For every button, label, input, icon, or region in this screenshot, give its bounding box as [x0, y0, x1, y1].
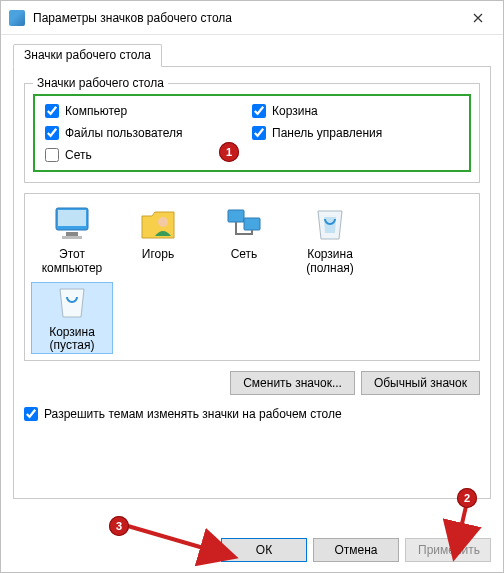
icon-row-1: Этот компьютер Игорь Сеть — [31, 204, 473, 276]
fieldset-legend: Значки рабочего стола — [33, 76, 168, 90]
app-icon — [9, 10, 25, 26]
desktop-icons-fieldset: Значки рабочего стола Компьютер Корзина … — [24, 83, 480, 183]
checkbox-recycle-input[interactable] — [252, 104, 266, 118]
checkbox-cpanel[interactable]: Панель управления — [252, 126, 459, 140]
user-folder-icon — [134, 204, 182, 244]
icon-buttons-row: Сменить значок... Обычный значок — [24, 371, 480, 395]
svg-point-4 — [158, 217, 168, 227]
close-button[interactable] — [455, 3, 501, 33]
ok-button[interactable]: ОК — [221, 538, 307, 562]
allow-themes-checkbox[interactable] — [24, 407, 38, 421]
checkbox-computer[interactable]: Компьютер — [45, 104, 252, 118]
svg-rect-5 — [228, 210, 244, 222]
icon-label: Этот компьютер — [31, 248, 113, 276]
svg-rect-1 — [58, 210, 86, 226]
icon-network[interactable]: Сеть — [203, 204, 285, 276]
default-icon-button[interactable]: Обычный значок — [361, 371, 480, 395]
cancel-button[interactable]: Отмена — [313, 538, 399, 562]
checkbox-userfiles-input[interactable] — [45, 126, 59, 140]
checkbox-network-input[interactable] — [45, 148, 59, 162]
tab-strip: Значки рабочего стола — [13, 43, 491, 67]
window-title: Параметры значков рабочего стола — [33, 11, 455, 25]
tab-desktop-icons[interactable]: Значки рабочего стола — [13, 44, 162, 67]
checkbox-grid: Компьютер Корзина Файлы пользователя Пан… — [33, 94, 471, 172]
allow-themes-row[interactable]: Разрешить темам изменять значки на рабоч… — [24, 407, 480, 421]
annotation-badge-2: 2 — [457, 488, 477, 508]
checkbox-label: Файлы пользователя — [65, 126, 182, 140]
checkbox-userfiles[interactable]: Файлы пользователя — [45, 126, 252, 140]
checkbox-label: Панель управления — [272, 126, 382, 140]
recycle-empty-icon — [48, 282, 96, 322]
recycle-full-icon — [306, 204, 354, 244]
apply-button[interactable]: Применить — [405, 538, 491, 562]
icon-label: Корзина (пустая) — [32, 326, 112, 354]
change-icon-button[interactable]: Сменить значок... — [230, 371, 355, 395]
tab-panel: Значки рабочего стола Компьютер Корзина … — [13, 67, 491, 499]
icon-this-pc[interactable]: Этот компьютер — [31, 204, 113, 276]
checkbox-recycle[interactable]: Корзина — [252, 104, 459, 118]
dialog-footer: ОК Отмена Применить — [221, 538, 491, 562]
icon-preview-panel: Этот компьютер Игорь Сеть — [24, 193, 480, 361]
icon-recycle-full[interactable]: Корзина (полная) — [289, 204, 371, 276]
icon-label: Игорь — [117, 248, 199, 262]
icon-recycle-empty[interactable]: Корзина (пустая) — [31, 282, 113, 355]
icon-user[interactable]: Игорь — [117, 204, 199, 276]
network-icon — [220, 204, 268, 244]
monitor-icon — [48, 204, 96, 244]
checkbox-label: Сеть — [65, 148, 92, 162]
icon-label: Корзина (полная) — [289, 248, 371, 276]
annotation-badge-3: 3 — [109, 516, 129, 536]
svg-rect-6 — [244, 218, 260, 230]
annotation-badge-1: 1 — [219, 142, 239, 162]
checkbox-label: Компьютер — [65, 104, 127, 118]
client-area: Значки рабочего стола Значки рабочего ст… — [13, 43, 491, 524]
checkbox-cpanel-input[interactable] — [252, 126, 266, 140]
allow-themes-label: Разрешить темам изменять значки на рабоч… — [44, 407, 342, 421]
titlebar: Параметры значков рабочего стола — [1, 1, 503, 35]
svg-rect-2 — [66, 232, 78, 236]
dialog-window: Параметры значков рабочего стола Значки … — [0, 0, 504, 573]
checkbox-label: Корзина — [272, 104, 318, 118]
close-icon — [473, 13, 483, 23]
checkbox-computer-input[interactable] — [45, 104, 59, 118]
svg-rect-3 — [62, 236, 82, 239]
icon-row-2: Корзина (пустая) — [31, 282, 473, 355]
icon-label: Сеть — [203, 248, 285, 262]
